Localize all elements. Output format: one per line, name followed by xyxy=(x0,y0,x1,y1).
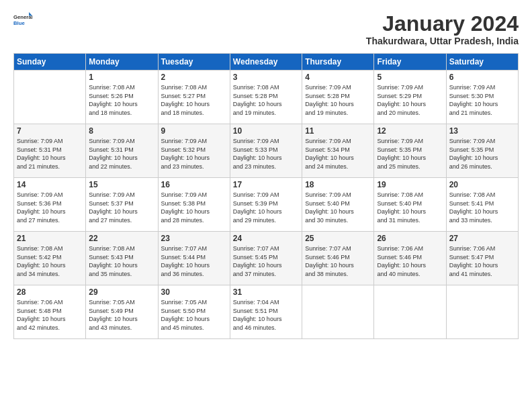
day-cell: 9Sunrise: 7:09 AMSunset: 5:32 PMDaylight… xyxy=(158,124,230,178)
day-info: Sunrise: 7:09 AMSunset: 5:35 PMDaylight:… xyxy=(449,138,498,170)
day-number: 26 xyxy=(377,234,443,243)
day-cell: 11Sunrise: 7:09 AMSunset: 5:34 PMDayligh… xyxy=(302,124,374,178)
day-info: Sunrise: 7:09 AMSunset: 5:28 PMDaylight:… xyxy=(305,84,354,116)
day-cell: 19Sunrise: 7:08 AMSunset: 5:40 PMDayligh… xyxy=(374,178,446,232)
day-info: Sunrise: 7:09 AMSunset: 5:37 PMDaylight:… xyxy=(89,191,138,224)
day-number: 23 xyxy=(161,234,227,243)
header: General Blue January 2024 Thakurdwara, U… xyxy=(13,12,519,46)
day-cell xyxy=(446,285,518,339)
day-cell: 27Sunrise: 7:06 AMSunset: 5:47 PMDayligh… xyxy=(446,232,518,285)
title-block: January 2024 Thakurdwara, Uttar Pradesh,… xyxy=(366,12,519,46)
day-cell: 30Sunrise: 7:05 AMSunset: 5:50 PMDayligh… xyxy=(158,285,230,339)
day-info: Sunrise: 7:09 AMSunset: 5:38 PMDaylight:… xyxy=(161,191,210,224)
day-number: 11 xyxy=(305,126,371,136)
day-number: 9 xyxy=(161,126,227,136)
day-number: 27 xyxy=(449,234,515,243)
month-title: January 2024 xyxy=(366,12,519,36)
day-info: Sunrise: 7:08 AMSunset: 5:41 PMDaylight:… xyxy=(449,191,498,224)
day-number: 21 xyxy=(17,234,83,243)
header-thursday: Thursday xyxy=(302,54,374,71)
day-cell: 7Sunrise: 7:09 AMSunset: 5:31 PMDaylight… xyxy=(14,124,86,178)
day-info: Sunrise: 7:06 AMSunset: 5:47 PMDaylight:… xyxy=(449,245,498,277)
day-number: 8 xyxy=(89,126,154,136)
day-cell: 29Sunrise: 7:05 AMSunset: 5:49 PMDayligh… xyxy=(86,285,158,339)
day-cell: 16Sunrise: 7:09 AMSunset: 5:38 PMDayligh… xyxy=(158,178,230,232)
day-number: 10 xyxy=(233,126,299,136)
day-cell: 15Sunrise: 7:09 AMSunset: 5:37 PMDayligh… xyxy=(86,178,158,232)
day-info: Sunrise: 7:09 AMSunset: 5:36 PMDaylight:… xyxy=(17,191,66,224)
week-row-2: 7Sunrise: 7:09 AMSunset: 5:31 PMDaylight… xyxy=(14,124,519,178)
day-cell xyxy=(14,71,86,124)
day-number: 15 xyxy=(89,180,154,189)
day-number: 14 xyxy=(17,180,83,189)
day-number: 6 xyxy=(449,73,515,82)
day-cell: 28Sunrise: 7:06 AMSunset: 5:48 PMDayligh… xyxy=(14,285,86,339)
day-info: Sunrise: 7:09 AMSunset: 5:35 PMDaylight:… xyxy=(377,138,426,170)
day-number: 4 xyxy=(305,73,371,82)
day-number: 12 xyxy=(377,126,443,136)
day-number: 28 xyxy=(17,287,83,297)
day-cell: 14Sunrise: 7:09 AMSunset: 5:36 PMDayligh… xyxy=(14,178,86,232)
calendar-page: General Blue January 2024 Thakurdwara, U… xyxy=(0,0,532,346)
day-number: 19 xyxy=(377,180,443,189)
day-cell: 25Sunrise: 7:07 AMSunset: 5:46 PMDayligh… xyxy=(302,232,374,285)
day-info: Sunrise: 7:09 AMSunset: 5:40 PMDaylight:… xyxy=(305,191,354,224)
day-info: Sunrise: 7:09 AMSunset: 5:31 PMDaylight:… xyxy=(17,138,66,170)
day-info: Sunrise: 7:05 AMSunset: 5:50 PMDaylight:… xyxy=(161,299,210,331)
day-cell: 3Sunrise: 7:08 AMSunset: 5:28 PMDaylight… xyxy=(230,71,302,124)
calendar-table: Sunday Monday Tuesday Wednesday Thursday… xyxy=(13,53,519,339)
day-info: Sunrise: 7:09 AMSunset: 5:30 PMDaylight:… xyxy=(449,84,498,116)
day-info: Sunrise: 7:09 AMSunset: 5:39 PMDaylight:… xyxy=(233,191,282,224)
day-info: Sunrise: 7:08 AMSunset: 5:40 PMDaylight:… xyxy=(377,191,426,224)
day-cell: 12Sunrise: 7:09 AMSunset: 5:35 PMDayligh… xyxy=(374,124,446,178)
day-cell: 31Sunrise: 7:04 AMSunset: 5:51 PMDayligh… xyxy=(230,285,302,339)
day-cell: 20Sunrise: 7:08 AMSunset: 5:41 PMDayligh… xyxy=(446,178,518,232)
day-number: 5 xyxy=(377,73,443,82)
day-cell: 4Sunrise: 7:09 AMSunset: 5:28 PMDaylight… xyxy=(302,71,374,124)
day-info: Sunrise: 7:04 AMSunset: 5:51 PMDaylight:… xyxy=(233,299,282,331)
day-cell: 24Sunrise: 7:07 AMSunset: 5:45 PMDayligh… xyxy=(230,232,302,285)
header-tuesday: Tuesday xyxy=(158,54,230,71)
day-info: Sunrise: 7:07 AMSunset: 5:44 PMDaylight:… xyxy=(161,245,210,277)
day-info: Sunrise: 7:09 AMSunset: 5:34 PMDaylight:… xyxy=(305,138,354,170)
day-number: 25 xyxy=(305,234,371,243)
day-cell: 10Sunrise: 7:09 AMSunset: 5:33 PMDayligh… xyxy=(230,124,302,178)
day-info: Sunrise: 7:06 AMSunset: 5:46 PMDaylight:… xyxy=(377,245,426,277)
day-number: 7 xyxy=(17,126,83,136)
day-info: Sunrise: 7:08 AMSunset: 5:28 PMDaylight:… xyxy=(233,84,282,116)
logo-icon: General Blue xyxy=(13,12,32,31)
day-info: Sunrise: 7:09 AMSunset: 5:31 PMDaylight:… xyxy=(89,138,138,170)
day-info: Sunrise: 7:08 AMSunset: 5:27 PMDaylight:… xyxy=(161,84,210,116)
day-cell: 1Sunrise: 7:08 AMSunset: 5:26 PMDaylight… xyxy=(86,71,158,124)
week-row-1: 1Sunrise: 7:08 AMSunset: 5:26 PMDaylight… xyxy=(14,71,519,124)
day-info: Sunrise: 7:07 AMSunset: 5:45 PMDaylight:… xyxy=(233,245,282,277)
day-number: 24 xyxy=(233,234,299,243)
day-cell: 6Sunrise: 7:09 AMSunset: 5:30 PMDaylight… xyxy=(446,71,518,124)
day-number: 29 xyxy=(89,287,154,297)
day-number: 2 xyxy=(161,73,227,82)
week-row-5: 28Sunrise: 7:06 AMSunset: 5:48 PMDayligh… xyxy=(14,285,519,339)
day-number: 30 xyxy=(161,287,227,297)
weekday-header-row: Sunday Monday Tuesday Wednesday Thursday… xyxy=(14,54,519,71)
day-number: 17 xyxy=(233,180,299,189)
day-info: Sunrise: 7:08 AMSunset: 5:26 PMDaylight:… xyxy=(89,84,138,116)
day-number: 1 xyxy=(89,73,154,82)
day-info: Sunrise: 7:08 AMSunset: 5:43 PMDaylight:… xyxy=(89,245,138,277)
header-sunday: Sunday xyxy=(14,54,86,71)
day-cell: 23Sunrise: 7:07 AMSunset: 5:44 PMDayligh… xyxy=(158,232,230,285)
week-row-4: 21Sunrise: 7:08 AMSunset: 5:42 PMDayligh… xyxy=(14,232,519,285)
day-cell: 8Sunrise: 7:09 AMSunset: 5:31 PMDaylight… xyxy=(86,124,158,178)
header-saturday: Saturday xyxy=(446,54,518,71)
day-info: Sunrise: 7:06 AMSunset: 5:48 PMDaylight:… xyxy=(17,299,66,331)
header-monday: Monday xyxy=(86,54,158,71)
day-cell: 13Sunrise: 7:09 AMSunset: 5:35 PMDayligh… xyxy=(446,124,518,178)
day-cell: 22Sunrise: 7:08 AMSunset: 5:43 PMDayligh… xyxy=(86,232,158,285)
day-info: Sunrise: 7:09 AMSunset: 5:33 PMDaylight:… xyxy=(233,138,282,170)
svg-text:Blue: Blue xyxy=(13,20,25,26)
day-number: 31 xyxy=(233,287,299,297)
day-info: Sunrise: 7:05 AMSunset: 5:49 PMDaylight:… xyxy=(89,299,138,331)
day-cell xyxy=(302,285,374,339)
week-row-3: 14Sunrise: 7:09 AMSunset: 5:36 PMDayligh… xyxy=(14,178,519,232)
day-cell: 17Sunrise: 7:09 AMSunset: 5:39 PMDayligh… xyxy=(230,178,302,232)
day-number: 22 xyxy=(89,234,154,243)
